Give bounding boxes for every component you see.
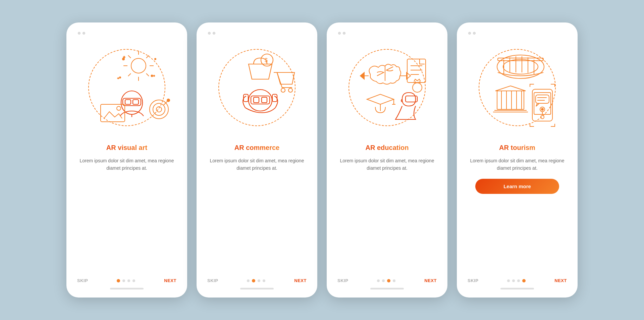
status-dot	[83, 32, 85, 35]
svg-point-12	[155, 58, 156, 60]
visual-art-svg: ✦ ✦ +	[80, 41, 174, 135]
nav-dot	[507, 279, 510, 282]
svg-point-74	[541, 115, 544, 119]
svg-point-0	[131, 58, 146, 73]
next-button-4[interactable]: NEXT	[554, 278, 567, 283]
status-bar-1	[78, 32, 85, 35]
nav-dot	[393, 279, 395, 282]
svg-point-32	[249, 90, 272, 111]
screen-title-1: AR visual art	[106, 144, 147, 152]
status-dot	[473, 32, 476, 35]
screen-ar-education: AR education Lorem ipsum dolor sit dim a…	[327, 22, 447, 298]
svg-point-11	[119, 77, 121, 78]
svg-rect-72	[532, 89, 552, 121]
svg-rect-34	[254, 97, 259, 103]
nav-dot-active	[387, 279, 390, 282]
status-bar-2	[208, 32, 215, 35]
svg-text:$: $	[265, 57, 268, 63]
svg-rect-18	[125, 100, 131, 104]
illustration-visual-art: ✦ ✦ +	[80, 41, 174, 135]
skip-button-4[interactable]: SKIP	[468, 278, 478, 283]
svg-text:✦: ✦	[123, 55, 125, 59]
nav-dot	[132, 279, 135, 282]
nav-dot	[377, 279, 380, 282]
next-button-1[interactable]: NEXT	[164, 278, 176, 283]
screen-ar-commerce: $	[197, 22, 317, 298]
education-svg	[340, 41, 434, 135]
svg-point-79	[541, 108, 543, 110]
nav-dot	[122, 279, 125, 282]
nav-dot-active	[522, 279, 526, 282]
svg-rect-19	[133, 100, 139, 104]
illustration-tourism	[470, 41, 564, 135]
svg-point-27	[167, 99, 170, 102]
svg-point-31	[288, 88, 292, 92]
nav-dot	[247, 279, 250, 282]
svg-line-5	[128, 55, 131, 58]
illustration-commerce: $	[210, 41, 304, 135]
nav-bar-3: SKIP NEXT	[335, 278, 439, 283]
status-dot	[338, 32, 341, 35]
nav-dots-3	[377, 279, 395, 282]
bottom-handle-4	[500, 288, 534, 289]
svg-text:+: +	[117, 77, 119, 80]
status-dot	[78, 32, 80, 35]
screens-container: ✦ ✦ +	[66, 22, 578, 298]
bottom-handle-2	[240, 288, 274, 289]
svg-rect-75	[536, 95, 549, 103]
svg-point-24	[153, 103, 165, 115]
nav-dots-2	[247, 279, 265, 282]
status-bar-3	[338, 32, 345, 35]
status-dot	[468, 32, 471, 35]
nav-bar-1: SKIP NEXT	[74, 278, 179, 283]
screen-desc-3: Lorem ipsum dolor sit dim amet, mea regi…	[335, 157, 439, 172]
svg-text:✦: ✦	[153, 74, 155, 77]
status-bar-4	[468, 32, 476, 35]
status-dot	[213, 32, 215, 35]
skip-button-3[interactable]: SKIP	[337, 278, 348, 283]
svg-point-22	[117, 106, 121, 110]
svg-line-7	[146, 55, 149, 58]
nav-bar-2: SKIP NEXT	[205, 278, 309, 283]
svg-point-25	[156, 107, 162, 112]
svg-marker-49	[367, 94, 394, 104]
screen-desc-4: Lorem ipsum dolor sit dim amet, mea regi…	[465, 157, 570, 172]
bottom-handle-3	[370, 288, 404, 289]
nav-dot	[258, 279, 260, 282]
screen-ar-visual-art: ✦ ✦ +	[66, 22, 187, 298]
svg-line-6	[146, 73, 149, 76]
skip-button-2[interactable]: SKIP	[207, 278, 218, 283]
learn-more-button[interactable]: Learn more	[475, 179, 559, 194]
nav-dot	[127, 279, 130, 282]
status-dot	[343, 32, 345, 35]
status-dot	[208, 32, 211, 35]
nav-dot	[263, 279, 265, 282]
screen-ar-tourism: AR tourism Lorem ipsum dolor sit dim ame…	[457, 22, 578, 298]
skip-button-1[interactable]: SKIP	[77, 278, 88, 283]
screen-title-2: AR commerce	[234, 144, 280, 152]
svg-marker-38	[360, 72, 364, 79]
commerce-svg: $	[210, 41, 304, 135]
next-button-2[interactable]: NEXT	[294, 278, 307, 283]
svg-point-30	[281, 88, 285, 92]
bottom-handle-1	[110, 288, 144, 289]
svg-rect-42	[407, 59, 426, 83]
svg-rect-35	[262, 97, 267, 103]
svg-point-10	[151, 75, 153, 77]
svg-marker-63	[495, 86, 526, 91]
svg-line-8	[128, 73, 131, 76]
nav-dot	[512, 279, 515, 282]
svg-point-46	[413, 83, 422, 92]
nav-dot-active	[252, 279, 255, 282]
nav-dot	[517, 279, 520, 282]
illustration-education	[340, 41, 434, 135]
nav-dot	[382, 279, 385, 282]
nav-dots-1	[117, 279, 135, 282]
tourism-svg	[470, 41, 564, 135]
svg-rect-21	[101, 104, 125, 122]
screen-title-3: AR education	[366, 144, 409, 152]
svg-point-55	[503, 59, 538, 74]
screen-desc-2: Lorem ipsum dolor sit dim amet, mea regi…	[205, 157, 309, 172]
next-button-3[interactable]: NEXT	[424, 278, 437, 283]
nav-dot-active	[117, 279, 120, 282]
